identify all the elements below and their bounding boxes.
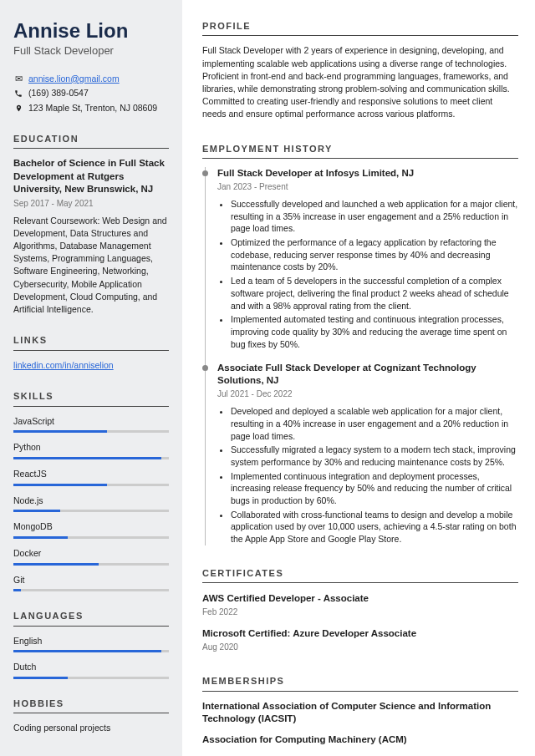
job-bullet: Led a team of 5 developers in the succes… xyxy=(231,275,518,312)
skill-name: Node.js xyxy=(13,495,169,507)
main-content: PROFILE Full Stack Developer with 2 year… xyxy=(182,0,535,756)
skill-name: ReactJS xyxy=(13,468,169,480)
hobbies-list: Coding personal projects xyxy=(13,722,169,734)
location-icon xyxy=(13,104,23,113)
job-bullet: Successfully migrated a legacy system to… xyxy=(231,444,518,468)
skill-item: ReactJS xyxy=(13,468,169,486)
language-item: Dutch xyxy=(13,661,169,679)
address-row: 123 Maple St, Trenton, NJ 08609 xyxy=(13,102,169,114)
address-text: 123 Maple St, Trenton, NJ 08609 xyxy=(28,102,157,114)
language-bar xyxy=(13,677,169,679)
contact-block: ✉ annise.lion@gmail.com (169) 389-0547 1… xyxy=(13,73,169,114)
person-title: Full Stack Developer xyxy=(13,43,169,58)
email-link[interactable]: annise.lion@gmail.com xyxy=(28,73,120,85)
skills-heading: SKILLS xyxy=(13,390,169,406)
memberships-heading: MEMBERSHIPS xyxy=(202,675,518,691)
language-name: Dutch xyxy=(13,661,169,673)
education-desc: Relevant Coursework: Web Design and Deve… xyxy=(13,215,169,317)
certificate-title: AWS Certified Developer - Associate xyxy=(202,591,518,605)
job-bullets: Successfully developed and launched a we… xyxy=(217,198,518,350)
job-item: Full Stack Developer at Infosys Limited,… xyxy=(217,167,518,350)
skill-bar xyxy=(13,589,169,591)
certificates-heading: CERTIFICATES xyxy=(202,567,518,583)
job-bullet: Implemented continuous integration and d… xyxy=(231,470,518,507)
skill-bar xyxy=(13,510,169,512)
membership-item: International Association of Computer Sc… xyxy=(202,700,518,725)
skills-list: JavaScript Python ReactJS Node.js MongoD… xyxy=(13,415,169,592)
job-bullet: Developed and deployed a scalable web ap… xyxy=(231,405,518,442)
memberships-list: International Association of Computer Sc… xyxy=(202,700,518,746)
job-bullet: Collaborated with cross-functional teams… xyxy=(231,509,518,545)
language-bar xyxy=(13,650,169,652)
job-title: Associate Full Stack Developer at Cogniz… xyxy=(217,362,518,387)
languages-list: English Dutch xyxy=(13,635,169,679)
skill-bar xyxy=(13,536,169,539)
job-title: Full Stack Developer at Infosys Limited,… xyxy=(217,167,518,180)
skill-bar xyxy=(13,430,169,433)
employment-timeline: Full Stack Developer at Infosys Limited,… xyxy=(205,167,518,545)
hobbies-heading: HOBBIES xyxy=(13,698,169,713)
certificates-list: AWS Certified Developer - Associate Feb … xyxy=(202,591,518,653)
skill-name: MongoDB xyxy=(13,520,169,533)
membership-item: Association for Computing Machinery (ACM… xyxy=(202,733,518,746)
education-degree: Bachelor of Science in Full Stack Develo… xyxy=(13,157,169,196)
certificate-date: Aug 2020 xyxy=(202,642,518,653)
job-bullet: Implemented automated testing and contin… xyxy=(231,313,518,350)
phone-text: (169) 389-0547 xyxy=(28,87,89,99)
phone-row: (169) 389-0547 xyxy=(13,87,169,99)
email-row: ✉ annise.lion@gmail.com xyxy=(13,73,169,85)
skill-item: Docker xyxy=(13,547,169,566)
certificate-title: Microsoft Certified: Azure Developer Ass… xyxy=(202,627,518,640)
links-heading: LINKS xyxy=(13,334,169,350)
certificate-date: Feb 2022 xyxy=(202,606,518,618)
job-dates: Jan 2023 - Present xyxy=(217,181,518,193)
profile-heading: PROFILE xyxy=(202,20,518,36)
job-bullet: Optimized the performance of a legacy ap… xyxy=(231,236,518,273)
job-bullets: Developed and deployed a scalable web ap… xyxy=(217,405,518,545)
email-icon: ✉ xyxy=(13,73,23,85)
profile-text: Full Stack Developer with 2 years of exp… xyxy=(202,44,518,120)
skill-item: Node.js xyxy=(13,495,169,513)
skill-name: Python xyxy=(13,441,169,454)
linkedin-link[interactable]: linkedin.com/in/anniselion xyxy=(13,359,114,372)
skill-name: JavaScript xyxy=(13,415,169,428)
skill-name: Git xyxy=(13,574,169,586)
skill-bar xyxy=(13,457,169,459)
employment-heading: EMPLOYMENT HISTORY xyxy=(202,143,518,159)
certificate-item: Microsoft Certified: Azure Developer Ass… xyxy=(202,627,518,653)
hobby-item: Coding personal projects xyxy=(13,722,169,734)
skill-bar xyxy=(13,563,169,566)
language-name: English xyxy=(13,635,169,647)
phone-icon xyxy=(13,89,23,98)
certificate-item: AWS Certified Developer - Associate Feb … xyxy=(202,591,518,618)
person-name: Annise Lion xyxy=(13,20,169,42)
skill-item: MongoDB xyxy=(13,520,169,539)
skill-bar xyxy=(13,484,169,486)
language-item: English xyxy=(13,635,169,653)
sidebar: Annise Lion Full Stack Developer ✉ annis… xyxy=(0,0,182,756)
job-bullet: Successfully developed and launched a we… xyxy=(231,198,518,235)
skill-name: Docker xyxy=(13,547,169,560)
education-dates: Sep 2017 - May 2021 xyxy=(13,198,169,210)
skill-item: Python xyxy=(13,441,169,459)
skill-item: Git xyxy=(13,574,169,592)
skill-item: JavaScript xyxy=(13,415,169,434)
job-dates: Jul 2021 - Dec 2022 xyxy=(217,388,518,400)
job-item: Associate Full Stack Developer at Cogniz… xyxy=(217,362,518,545)
education-heading: EDUCATION xyxy=(13,133,169,149)
languages-heading: LANGUAGES xyxy=(13,610,169,626)
